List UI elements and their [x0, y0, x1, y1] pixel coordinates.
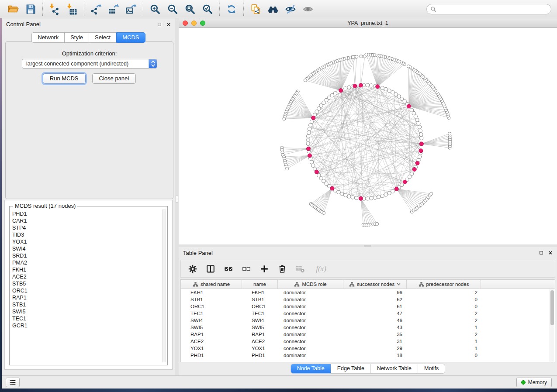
network-leaf-node[interactable]	[286, 167, 289, 170]
network-node[interactable]	[307, 134, 310, 138]
network-node[interactable]	[309, 124, 312, 127]
network-node[interactable]	[347, 195, 351, 198]
table-cell[interactable]: YOX1	[242, 346, 278, 351]
network-node[interactable]	[347, 86, 351, 89]
export-network-button[interactable]	[87, 1, 105, 17]
table-row[interactable]: YOX1YOX1connector291	[181, 345, 555, 352]
network-hub-node[interactable]	[394, 187, 398, 191]
mcds-result-item[interactable]: PMA2	[11, 259, 160, 266]
table-cell[interactable]: STB1	[181, 297, 242, 302]
table-cell[interactable]: RAP1	[242, 332, 278, 337]
network-hub-node[interactable]	[307, 147, 311, 151]
table-cell[interactable]: connector	[278, 325, 343, 330]
network-hub-node[interactable]	[407, 104, 411, 108]
network-node[interactable]	[414, 115, 417, 118]
zoom-in-button[interactable]	[146, 1, 164, 17]
mcds-result-item[interactable]: FKH1	[11, 266, 160, 273]
network-hub-node[interactable]	[308, 154, 311, 158]
table-cell[interactable]: 61	[343, 304, 407, 309]
network-hub-node[interactable]	[419, 149, 423, 153]
window-close-button[interactable]	[183, 21, 188, 26]
network-node[interactable]	[355, 196, 358, 200]
mcds-result-item[interactable]: STB1	[11, 301, 160, 308]
network-node[interactable]	[315, 110, 318, 113]
mcds-result-item[interactable]: TEC1	[11, 315, 160, 322]
network-canvas[interactable]	[179, 28, 557, 244]
table-cell[interactable]: dominator	[278, 304, 343, 309]
network-node[interactable]	[373, 196, 377, 199]
tab-motifs[interactable]: Motifs	[418, 364, 445, 373]
network-node[interactable]	[308, 127, 311, 131]
table-row[interactable]: SWI5SWI5connector431	[181, 324, 555, 331]
network-hub-node[interactable]	[315, 170, 318, 174]
mcds-result-item[interactable]: ACE2	[11, 273, 160, 280]
column-header-predecessor-nodes[interactable]: predecessor nodes	[407, 280, 481, 289]
table-cell[interactable]: dominator	[278, 353, 343, 358]
table-cell[interactable]: 35	[343, 332, 407, 337]
table-row[interactable]: STB1STB1dominator620	[181, 296, 555, 303]
network-node[interactable]	[391, 91, 394, 94]
network-leaf-node[interactable]	[407, 65, 410, 68]
mcds-result-item[interactable]: TID3	[11, 231, 160, 238]
table-cell[interactable]: connector	[278, 346, 343, 351]
table-cell[interactable]: STB1	[242, 297, 278, 302]
export-image-button[interactable]	[122, 1, 140, 17]
network-node[interactable]	[306, 138, 310, 142]
table-cell[interactable]: PHD1	[181, 353, 242, 358]
network-node[interactable]	[340, 192, 344, 196]
deselect-all-columns-button[interactable]	[241, 263, 252, 275]
network-hub-node[interactable]	[403, 180, 407, 184]
network-hub-node[interactable]	[339, 89, 343, 93]
table-cell[interactable]: 29	[343, 346, 407, 351]
network-node[interactable]	[317, 173, 321, 177]
table-cell[interactable]: 62	[343, 297, 407, 302]
network-leaf-node[interactable]	[365, 53, 368, 56]
mcds-result-item[interactable]: PHD1	[11, 210, 160, 217]
mcds-result-item[interactable]: SWI4	[11, 245, 160, 252]
network-node[interactable]	[381, 86, 384, 89]
network-node[interactable]	[325, 182, 328, 186]
network-node[interactable]	[420, 136, 423, 140]
table-cell[interactable]: SWI5	[181, 325, 242, 330]
search-input[interactable]	[439, 6, 547, 13]
task-history-button[interactable]	[6, 378, 20, 387]
table-scrollbar[interactable]	[550, 289, 554, 362]
splitter-grip[interactable]	[364, 245, 371, 247]
column-header-MCDS-role[interactable]: MCDS role	[278, 280, 343, 289]
memory-button[interactable]: Memory	[516, 378, 552, 387]
zoom-out-button[interactable]	[164, 1, 181, 17]
tab-select[interactable]: Select	[89, 32, 116, 43]
table-cell[interactable]: FKH1	[181, 290, 242, 295]
window-zoom-button[interactable]	[200, 21, 205, 26]
mcds-result-item[interactable]: STP4	[11, 224, 160, 231]
find-button[interactable]	[264, 1, 282, 17]
mcds-result-item[interactable]: STB5	[11, 280, 160, 287]
table-cell[interactable]: 2	[407, 318, 481, 323]
column-header-successor-nodes[interactable]: successor nodes	[343, 280, 407, 289]
network-node[interactable]	[391, 189, 394, 193]
close-panel-icon[interactable]	[166, 22, 171, 27]
import-table-button[interactable]	[63, 1, 81, 17]
network-node[interactable]	[419, 129, 422, 132]
mcds-result-item[interactable]: YOX1	[11, 238, 160, 245]
network-leaf-node[interactable]	[304, 79, 307, 82]
table-cell[interactable]: 0	[407, 297, 481, 302]
network-leaf-node[interactable]	[448, 132, 451, 135]
table-cell[interactable]: ACE2	[242, 339, 278, 344]
network-node[interactable]	[387, 89, 391, 93]
table-cell[interactable]: YOX1	[181, 346, 242, 351]
network-hub-node[interactable]	[353, 84, 357, 88]
table-row[interactable]: TEC1TEC1connector472	[181, 310, 555, 317]
network-leaf-node[interactable]	[283, 117, 286, 120]
table-cell[interactable]: PHD1	[242, 353, 278, 358]
select-all-columns-button[interactable]	[223, 263, 234, 275]
show-column-panel-button[interactable]	[205, 263, 216, 275]
mcds-result-item[interactable]: ORC1	[11, 287, 160, 294]
network-node[interactable]	[366, 83, 369, 87]
network-node[interactable]	[311, 164, 315, 167]
window-minimize-button[interactable]	[191, 21, 197, 26]
table-cell[interactable]: SWI4	[242, 318, 278, 323]
table-cell[interactable]: ORC1	[181, 304, 242, 309]
table-cell[interactable]: connector	[278, 339, 343, 344]
network-hub-node[interactable]	[415, 161, 419, 165]
